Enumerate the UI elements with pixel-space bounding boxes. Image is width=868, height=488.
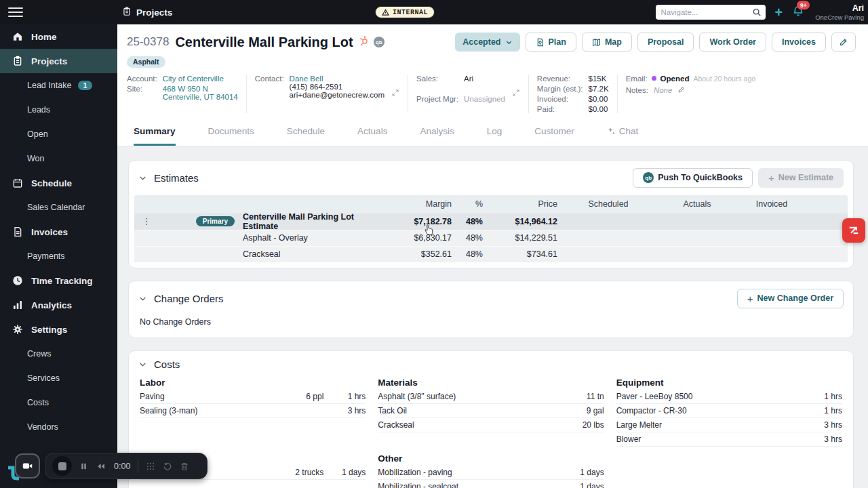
sidebar-item-settings[interactable]: Settings (0, 317, 117, 342)
hubspot-icon[interactable] (359, 35, 370, 49)
cost-row: Mobilization - paving1 days (378, 466, 604, 480)
sidebar-item-open[interactable]: Open (0, 122, 117, 146)
sidebar-item-vendors[interactable]: Vendors (0, 415, 117, 439)
user-name: Ari (815, 3, 864, 14)
zight-arrow-icon (847, 224, 861, 237)
tab-chat[interactable]: Chat (607, 125, 639, 146)
expand-team-icon[interactable] (512, 89, 520, 98)
pause-recording-button[interactable] (79, 462, 88, 471)
sidebar-item-leads[interactable]: Leads (0, 98, 117, 122)
sidebar-item-projects[interactable]: Projects (0, 49, 117, 73)
estimate-row-service[interactable]: Crackseal $352.61 48% $734.61 (134, 246, 848, 262)
delete-recording-button[interactable] (180, 462, 189, 471)
gear-icon (12, 324, 23, 335)
tab-schedule[interactable]: Schedule (287, 125, 325, 146)
tab-bar: Summary Documents Schedule Actuals Analy… (117, 121, 868, 146)
contact-name-link[interactable]: Dane Bell (290, 75, 385, 83)
costs-title: Costs (154, 359, 180, 370)
internal-badge: INTERNAL (375, 6, 435, 18)
sidebar-item-costs[interactable]: Costs (0, 390, 117, 415)
screen-share-widget-button[interactable] (842, 218, 865, 243)
cost-row: Asphalt (3/8" surface)11 tn (378, 390, 604, 404)
sidebar-item-invoices[interactable]: Invoices (0, 220, 117, 244)
map-button[interactable]: Map (582, 33, 632, 52)
edit-notes-icon[interactable] (677, 85, 686, 95)
site-link-line2[interactable]: Centerville, UT 84014 (163, 93, 238, 101)
costs-labor-section: Labor Paving6 ppl1 hrs Sealing (3-man)3 … (140, 378, 366, 447)
rewind-button[interactable] (96, 462, 106, 471)
search-input[interactable] (656, 5, 766, 20)
cost-row: Tack Oil9 gal (378, 404, 604, 418)
pm-value: Unassigned (464, 95, 505, 103)
work-order-button[interactable]: Work Order (699, 33, 766, 52)
proposal-button[interactable]: Proposal (637, 33, 694, 52)
quickbooks-icon[interactable]: qb (374, 37, 384, 47)
new-estimate-button[interactable]: + New Estimate (758, 168, 844, 188)
lead-intake-count-badge: 1 (78, 81, 92, 90)
edit-project-button[interactable] (831, 33, 856, 52)
tab-analysis[interactable]: Analysis (420, 125, 454, 146)
costs-materials-section: Materials Asphalt (3/8" surface)11 tn Ta… (378, 378, 604, 447)
sparkles-icon (607, 127, 616, 136)
topbar-section: Projects (122, 0, 172, 24)
cost-row: Paving6 ppl1 hrs (140, 390, 366, 404)
sidebar-item-analytics[interactable]: Analytics (0, 293, 117, 317)
cost-row: Mobilization - sealcoat1 days (378, 480, 604, 488)
user-company: OneCrew Paving (815, 14, 864, 21)
stop-recording-button[interactable] (52, 456, 72, 476)
expand-contact-icon[interactable] (391, 89, 399, 98)
sidebar-item-schedule[interactable]: Schedule (0, 171, 117, 195)
email-time: About 20 hours ago (693, 75, 755, 83)
hamburger-menu-icon[interactable] (8, 5, 23, 19)
notifications-bell[interactable]: 9+ (792, 5, 804, 20)
sidebar-item-crews[interactable]: Crews (0, 342, 117, 366)
main-content: 25-0378 Centerville Mall Parking Lot qb … (117, 24, 868, 488)
collapse-change-orders-icon[interactable] (138, 294, 147, 303)
sidebar-item-services[interactable]: Services (0, 366, 117, 390)
site-link-line1[interactable]: 468 W 950 N (163, 85, 238, 93)
account-link[interactable]: City of Centerville (163, 75, 238, 83)
collapse-costs-icon[interactable] (138, 360, 147, 369)
tab-customer[interactable]: Customer (534, 125, 574, 146)
pm-label: Project Mgr: (416, 95, 458, 103)
projects-icon (12, 56, 23, 66)
add-button[interactable]: + (775, 5, 783, 19)
plan-button[interactable]: Plan (526, 33, 576, 52)
grid-tools-button[interactable] (146, 462, 155, 471)
kebab-menu-icon[interactable]: ⋮ (134, 216, 159, 226)
sidebar-item-lead-intake[interactable]: Lead Intake 1 (0, 73, 117, 98)
invoices-button[interactable]: Invoices (772, 33, 826, 52)
sidebar-item-home[interactable]: Home (0, 24, 117, 49)
sidebar-item-time-tracking[interactable]: Time Tracking (0, 268, 117, 293)
sidebar-item-payments[interactable]: Payments (0, 244, 117, 268)
divider (138, 460, 138, 473)
push-to-quickbooks-button[interactable]: qb Push To QuickBooks (633, 168, 753, 188)
project-number: 25-0378 (127, 35, 169, 49)
status-button[interactable]: Accepted (455, 33, 519, 52)
email-label: Email: (626, 75, 648, 83)
no-change-orders-text: No Change Orders (129, 316, 853, 338)
tab-actuals[interactable]: Actuals (357, 125, 387, 146)
contact-phone: (415) 864-2591 (290, 83, 385, 91)
estimate-row-primary[interactable]: ⋮ Primary Centerville Mall Parking Lot E… (134, 214, 848, 230)
tab-log[interactable]: Log (487, 125, 502, 146)
sidebar-item-won[interactable]: Won (0, 146, 117, 171)
pencil-icon (839, 37, 848, 47)
new-change-order-button[interactable]: + New Change Order (737, 289, 844, 308)
restart-recording-button[interactable] (163, 462, 172, 471)
clock-icon (12, 275, 23, 286)
tab-documents[interactable]: Documents (208, 125, 254, 146)
topbar-section-label: Projects (136, 7, 172, 18)
project-info-bar: Account: City of Centerville Site: 468 W… (117, 68, 868, 121)
user-menu[interactable]: Ari OneCrew Paving (815, 3, 864, 21)
project-tag: Asphalt (127, 56, 165, 68)
collapse-estimates-icon[interactable] (138, 174, 147, 182)
cost-row: Crackseal20 lbs (378, 418, 604, 432)
recording-toolbar: 0:00 (45, 453, 208, 479)
camera-toggle-button[interactable] (15, 453, 40, 479)
sidebar-item-sales-calendar[interactable]: Sales Calendar (0, 195, 117, 220)
estimate-row-service[interactable]: Asphalt - Overlay $6,830.17 48% $14,229.… (134, 230, 848, 246)
tab-summary[interactable]: Summary (134, 125, 176, 146)
sales-label: Sales: (416, 75, 458, 83)
estimates-table: Margin % Price Scheduled Actuals Invoice… (134, 195, 848, 262)
